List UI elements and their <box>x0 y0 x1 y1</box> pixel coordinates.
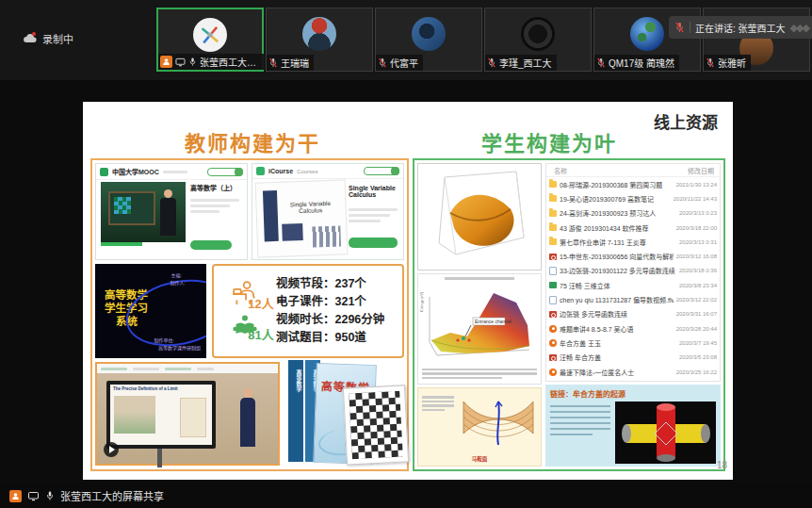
avatar <box>193 18 227 52</box>
toast-divider <box>690 22 690 33</box>
stats-lines: 视频节段：237个 电子课件：321个 视频时长：2296分钟 测试题目：950… <box>276 275 402 347</box>
presenter-badge-icon <box>9 490 22 502</box>
folder-icon <box>549 210 557 217</box>
participant-name-chip: 张莹西工大的屏幕... <box>158 54 264 70</box>
file-row[interactable]: chen yu qiu 1131731287 偏导数视频.flv2020/3/1… <box>546 292 720 306</box>
file-row[interactable]: 最速下降法-一位匿名人士2020/3/25 16:22 <box>546 365 720 379</box>
file-row[interactable]: 第七章作业串讲 7-131 王炎尊2020/3/13 0:31 <box>546 235 720 249</box>
resource-header: 链接：牟合方盖的起源 <box>550 388 716 399</box>
file-date: 2020/3/18 0:36 <box>679 268 717 273</box>
participant-tile[interactable]: 王瑞瑞 <box>266 8 373 72</box>
ppt-icon <box>549 254 557 260</box>
file-name: 15-申世东-2019300656 向量代数与解析几何 <box>560 252 674 261</box>
file-date: 2020/11/22 14:43 <box>674 196 717 202</box>
participant-name: QM17级 蔺瑰然 <box>609 56 674 70</box>
steinmetz-solid-image <box>615 401 716 464</box>
mooc-join-button <box>190 240 232 250</box>
column-date[interactable]: 修改日期 <box>688 166 714 175</box>
file-date: 2020/3/13 0:23 <box>679 210 717 216</box>
icourse-nav: Courses <box>297 169 317 174</box>
participant-tile-sharer[interactable]: 张莹西工大的屏幕... <box>156 8 264 72</box>
file-name: 43 游俊 2019301434 软件推荐 <box>560 223 674 233</box>
media-icon <box>549 325 557 333</box>
text-placeholder <box>190 196 239 216</box>
recording-label: 录制中 <box>42 31 73 46</box>
learning-system-screenshot: 高等数学 学生学习 系统 主编: 制作人: 制作单位: 高等数学课件研制组 <box>95 264 206 358</box>
stat-line: 电子课件：321个 <box>276 293 398 311</box>
participant-name-chip: 王瑞瑞 <box>267 55 314 71</box>
icourse-header: iCourse Courses <box>252 164 403 179</box>
speaking-toast: 正在讲话: 张莹西工大 ◆◆◆ <box>669 16 812 39</box>
book-spine-title: 高等数学 <box>288 369 303 392</box>
file-row[interactable]: 33-边张骁-2019301122 多元导函数连续2020/3/18 0:36 <box>546 264 720 278</box>
file-row[interactable]: 75 汪畅 三维立体2020/3/8 23:34 <box>546 278 720 292</box>
enroll-button <box>349 238 398 248</box>
doc-icon <box>549 267 557 275</box>
textbooks-image: 高等数学 高等数学 高等数学 <box>283 360 405 467</box>
screen-stand <box>157 449 162 467</box>
teacher-figure-body <box>160 198 176 236</box>
ppt-icon <box>549 354 557 361</box>
presenter-badge-icon <box>160 56 172 68</box>
file-row[interactable]: 难题串讲4 8.5-8.7 吴心语2020/3/28 20:44 <box>546 321 720 336</box>
mic-muted-icon <box>596 57 606 68</box>
file-list-header: 名称 修改日期 <box>546 164 720 177</box>
recording-dot <box>32 32 36 36</box>
teacher-column-header: 教师构建为干 <box>139 126 365 156</box>
mic-icon <box>188 57 197 67</box>
slide-grid <box>114 197 131 214</box>
file-row[interactable]: 24-高剑涛-2019300923 预习达人2020/3/13 0:23 <box>546 206 720 221</box>
file-row[interactable]: 08-邢瑞源-2019300368 第四周习题2021/1/30 13:24 <box>546 177 720 191</box>
file-row[interactable]: 汪畅 牟合方盖2020/3/5 23:08 <box>546 351 720 365</box>
file-row[interactable]: 边张骁 多元导函数连续2020/3/31 16:07 <box>546 307 720 321</box>
play-button-icon[interactable] <box>104 442 119 457</box>
file-name: 33-边张骁-2019301122 多元导函数连续 <box>560 266 676 275</box>
participant-name-chip: 李瑾_西工大 <box>485 55 557 71</box>
stat-line: 测试题目：950道 <box>276 329 398 347</box>
mooc-brand: 中国大学MOOC <box>112 167 159 176</box>
course-poster: Single Variable Calculus <box>255 179 349 257</box>
icourse-screenshot: iCourse Courses Single Variable Calculus… <box>252 163 404 260</box>
qr-code-sheet <box>343 385 409 465</box>
screen-share-icon <box>27 491 40 501</box>
shared-slide: 线上资源 教师构建为干 学生构建为叶 中国大学MOOC 高等数 <box>83 102 733 480</box>
icourse-brand: iCourse <box>268 168 293 174</box>
file-row[interactable]: 牟合方盖 王玉2020/3/7 19:45 <box>546 336 720 350</box>
participant-tile[interactable]: 李瑾_西工大 <box>484 8 592 72</box>
stat-line: 视频时长：2296分钟 <box>276 311 398 329</box>
poster-chart <box>312 226 341 248</box>
file-date: 2020/3/13 0:31 <box>679 239 717 245</box>
file-row[interactable]: 15-申世东-2019300656 向量代数与解析几何2020/3/12 16:… <box>546 249 720 263</box>
student-file-list: 名称 修改日期 08-邢瑞源-2019300368 第四周习题2021/1/30… <box>545 163 721 382</box>
plot-caption: 马鞍面 <box>418 455 541 463</box>
column-name[interactable]: 名称 <box>554 166 567 175</box>
slide-image <box>180 398 206 437</box>
participant-name-chip: QM17级 蔺瑰然 <box>594 55 679 71</box>
folder-icon <box>549 195 557 202</box>
participant-name-chip: 张雅昕 <box>704 55 751 71</box>
saddle-surface-plot: 马鞍面 <box>417 387 542 467</box>
stats-box: 12人 81人 视频节段：237个 电子课件：321个 视频时长：2296分钟 … <box>212 264 404 358</box>
stats-icons: 12人 81人 <box>214 279 276 343</box>
participant-tile[interactable]: 代富平 <box>375 8 482 72</box>
meeting-window: 录制中 <box>0 0 812 508</box>
poster-bar <box>282 223 303 241</box>
page-number: 18 <box>717 460 727 470</box>
teacher-panel: 中国大学MOOC 高等数学（上） iCourse <box>90 158 409 471</box>
file-name: 24-高剑涛-2019300923 预习达人 <box>560 208 676 218</box>
energy-surface-plot: Energy (eV) Entrance channel <box>417 273 542 385</box>
participant-name: 张莹西工大的屏幕... <box>200 55 259 69</box>
student-count: 81人 <box>248 325 273 343</box>
video-strip: 录制中 <box>0 0 812 80</box>
student-column-header: 学生构建为叶 <box>431 126 667 156</box>
plot-title-placeholder <box>422 277 537 280</box>
recording-indicator: 录制中 <box>23 31 73 46</box>
poster-bar <box>263 190 279 241</box>
mic-muted-icon <box>378 57 387 68</box>
mooc-video-thumb <box>101 182 186 242</box>
folder-icon <box>549 238 557 245</box>
file-row[interactable]: 43 游俊 2019301434 软件推荐2020/3/18 22:00 <box>546 221 720 235</box>
avatar <box>412 17 446 51</box>
file-row[interactable]: 19-吴心语2019300769 高数笔记2020/11/22 14:43 <box>546 191 720 205</box>
file-name: 难题串讲4 8.5-8.7 吴心语 <box>560 324 674 334</box>
